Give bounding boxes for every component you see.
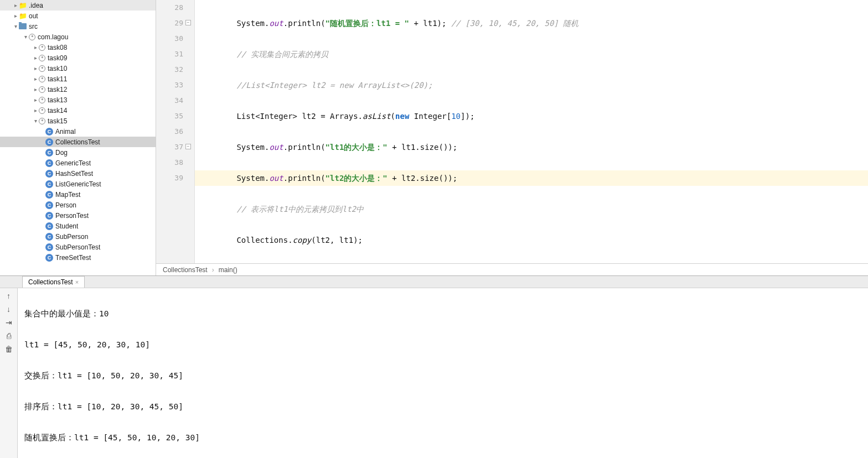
tree-class-Animal[interactable]: Animal <box>0 126 156 137</box>
tree-class-Student[interactable]: Student <box>0 221 156 231</box>
run-tab-label: CollectionsTest <box>28 278 73 286</box>
tree-class-ListGenericTest[interactable]: ListGenericTest <box>0 179 156 189</box>
chevron-right-icon: › <box>212 266 214 274</box>
console-line: 随机置换后：lt1 = [45, 50, 10, 20, 30] <box>24 430 861 445</box>
package-icon: ⚬ <box>39 97 45 103</box>
chevron-down-icon: ▾ <box>32 118 39 124</box>
tree-class-Person[interactable]: Person <box>0 200 156 210</box>
class-icon <box>45 233 53 241</box>
tree-label: task09 <box>48 54 67 62</box>
tree-label: SubPerson <box>55 233 88 241</box>
console-line: 交换后：lt1 = [10, 50, 20, 30, 45] <box>24 368 861 383</box>
fold-marker-icon[interactable]: − <box>185 144 191 149</box>
chevron-right-icon: ▸ <box>32 44 39 51</box>
fold-marker-icon[interactable]: − <box>185 20 191 25</box>
tree-label: Person <box>55 201 76 209</box>
tree-label: src <box>29 23 38 30</box>
tree-package[interactable]: ▾ ⚬ com.lagou <box>0 32 156 42</box>
tree-folder-src[interactable]: ▾ src <box>0 21 156 32</box>
editor-gutter: 2829−3031323334353637−3839 <box>156 0 195 275</box>
tree-label: PersonTest <box>55 212 89 220</box>
chevron-right-icon: ▸ <box>32 86 39 93</box>
tree-package-task10[interactable]: ▸⚬task10 <box>0 63 156 74</box>
package-icon: ⚬ <box>29 34 35 40</box>
tree-label: ListGenericTest <box>55 180 101 188</box>
tree-class-HashSetTest[interactable]: HashSetTest <box>0 168 156 179</box>
tree-label: Student <box>55 222 78 230</box>
breadcrumb-class[interactable]: CollectionsTest <box>163 266 208 274</box>
class-icon <box>45 254 53 262</box>
chevron-down-icon: ▾ <box>12 23 19 30</box>
tree-class-MapTest[interactable]: MapTest <box>0 189 156 200</box>
tree-class-SubPerson[interactable]: SubPerson <box>0 231 156 242</box>
tree-label: task15 <box>48 117 67 125</box>
tree-package-task14[interactable]: ▸⚬task14 <box>0 105 156 116</box>
code-editor[interactable]: 2829−3031323334353637−3839 System.out.pr… <box>156 0 868 275</box>
package-icon: ⚬ <box>39 118 45 124</box>
class-icon <box>45 128 53 136</box>
code-content[interactable]: System.out.println("随机置换后：lt1 = " + lt1)… <box>195 0 868 275</box>
tree-package-task11[interactable]: ▸⚬task11 <box>0 74 156 84</box>
class-icon <box>45 243 53 251</box>
tree-folder-out[interactable]: ▸ out <box>0 11 156 21</box>
print-icon[interactable]: ⎙ <box>4 331 13 340</box>
gutter-line: 36 <box>156 124 183 139</box>
close-icon[interactable]: × <box>75 279 79 285</box>
arrow-up-icon[interactable]: ↑ <box>4 292 13 300</box>
tree-package-task15[interactable]: ▾⚬task15 <box>0 116 156 126</box>
trash-icon[interactable]: 🗑 <box>4 345 13 353</box>
class-icon <box>45 149 53 157</box>
breadcrumb-method[interactable]: main() <box>219 266 237 274</box>
console-output[interactable]: 集合中的最小值是：10 lt1 = [45, 50, 20, 30, 10] 交… <box>18 288 868 458</box>
package-icon: ⚬ <box>39 86 45 93</box>
folder-icon <box>19 12 27 20</box>
tree-class-Dog[interactable]: Dog <box>0 147 156 158</box>
gutter-line: 38 <box>156 155 183 170</box>
class-icon <box>45 159 53 167</box>
class-icon <box>45 170 53 178</box>
chevron-right-icon: ▸ <box>32 76 39 82</box>
chevron-right-icon: ▸ <box>12 13 19 19</box>
package-icon: ⚬ <box>39 55 45 61</box>
tree-class-GenericTest[interactable]: GenericTest <box>0 158 156 168</box>
tree-label: task13 <box>48 96 67 104</box>
tree-class-TreeSetTest[interactable]: TreeSetTest <box>0 252 156 263</box>
gutter-line: 31 <box>156 46 183 62</box>
tree-label: task08 <box>48 44 67 51</box>
arrow-down-icon[interactable]: ↓ <box>4 305 13 314</box>
project-tree[interactable]: ▸ .idea ▸ out ▾ src ▾ ⚬ com.lagou ▸⚬task… <box>0 0 156 275</box>
class-icon <box>45 212 53 220</box>
tree-class-CollectionsTest[interactable]: CollectionsTest <box>0 137 156 147</box>
gutter-line: 35 <box>156 108 183 124</box>
tree-label: task11 <box>48 75 67 83</box>
class-icon <box>45 222 53 230</box>
soft-wrap-icon[interactable]: ⇥ <box>4 318 13 327</box>
run-panel: CollectionsTest × ↑ ↓ ⇥ ⎙ 🗑 集合中的最小值是：10 … <box>0 275 868 458</box>
chevron-right-icon: ▸ <box>32 107 39 114</box>
gutter-line: 33 <box>156 77 183 93</box>
tree-label: task14 <box>48 107 67 114</box>
tree-class-SubPersonTest[interactable]: SubPersonTest <box>0 242 156 252</box>
tree-label: MapTest <box>55 191 80 199</box>
console-line: lt1 = [45, 50, 20, 30, 10] <box>24 337 861 352</box>
tree-label: GenericTest <box>55 159 91 167</box>
tree-folder-idea[interactable]: ▸ .idea <box>0 0 156 11</box>
tree-label: Animal <box>55 128 76 136</box>
tree-label: HashSetTest <box>55 170 93 178</box>
tree-package-task12[interactable]: ▸⚬task12 <box>0 84 156 95</box>
gutter-line: 34 <box>156 93 183 108</box>
tree-package-task09[interactable]: ▸⚬task09 <box>0 53 156 63</box>
chevron-right-icon: ▸ <box>32 55 39 61</box>
class-icon <box>45 191 53 199</box>
chevron-right-icon: ▸ <box>32 97 39 103</box>
console-line: 排序后：lt1 = [10, 20, 30, 45, 50] <box>24 399 861 414</box>
run-tab[interactable]: CollectionsTest × <box>22 276 85 288</box>
tree-package-task13[interactable]: ▸⚬task13 <box>0 95 156 105</box>
tree-package-task08[interactable]: ▸⚬task08 <box>0 42 156 53</box>
tree-label: task12 <box>48 86 67 93</box>
package-icon: ⚬ <box>39 44 45 51</box>
tree-class-PersonTest[interactable]: PersonTest <box>0 210 156 221</box>
chevron-right-icon: ▸ <box>12 2 19 9</box>
tree-label: com.lagou <box>38 33 68 41</box>
tree-label: CollectionsTest <box>55 138 100 146</box>
